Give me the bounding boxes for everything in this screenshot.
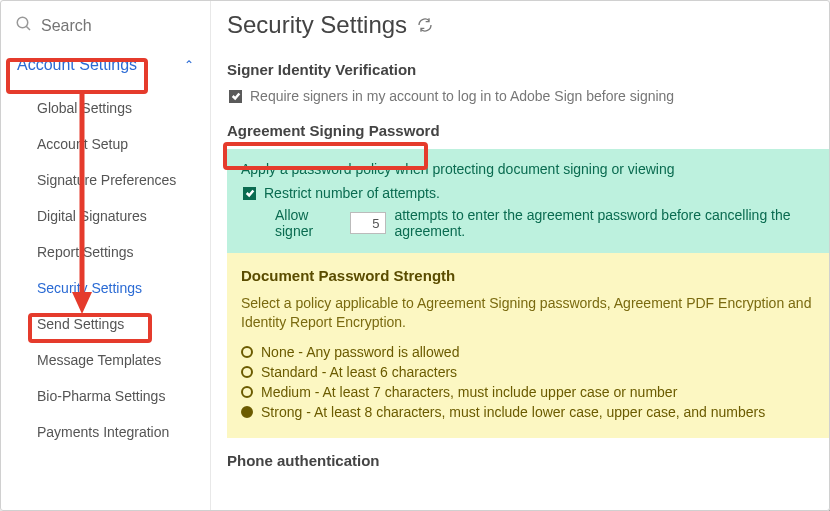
radio-icon <box>241 366 253 378</box>
nav-children: Global Settings Account Setup Signature … <box>1 84 210 450</box>
sidebar-item-digital-signatures[interactable]: Digital Signatures <box>1 198 210 234</box>
search-icon <box>15 15 33 36</box>
svg-point-0 <box>17 17 28 28</box>
restrict-attempts-label: Restrict number of attempts. <box>264 185 440 201</box>
refresh-icon[interactable] <box>417 11 433 39</box>
require-login-row: Require signers in my account to log in … <box>227 88 829 104</box>
sidebar-item-account-setup[interactable]: Account Setup <box>1 126 210 162</box>
sidebar-item-send-settings[interactable]: Send Settings <box>1 306 210 342</box>
restrict-attempts-checkbox[interactable] <box>243 187 256 200</box>
chevron-up-icon: ⌃ <box>184 58 194 72</box>
page-title: Security Settings <box>227 11 407 39</box>
signer-heading: Signer Identity Verification <box>227 61 829 78</box>
strength-option-label: Strong - At least 8 characters, must inc… <box>261 404 765 420</box>
allow-attempts-row: Allow signer attempts to enter the agree… <box>241 207 815 239</box>
radio-icon <box>241 346 253 358</box>
sidebar-item-message-templates[interactable]: Message Templates <box>1 342 210 378</box>
nav-parent-label: Account Settings <box>17 56 137 74</box>
strength-option-label: Medium - At least 7 characters, must inc… <box>261 384 677 400</box>
strength-description: Select a policy applicable to Agreement … <box>241 294 815 332</box>
password-strength-panel: Document Password Strength Select a poli… <box>227 253 829 438</box>
phone-auth-heading: Phone authentication <box>227 452 829 469</box>
password-policy-panel: Apply a password policy when protecting … <box>227 149 829 253</box>
strength-option-label: None - Any password is allowed <box>261 344 459 360</box>
sidebar-item-security-settings[interactable]: Security Settings <box>1 270 210 306</box>
strength-option-medium[interactable]: Medium - At least 7 characters, must inc… <box>241 382 815 402</box>
policy-title: Apply a password policy when protecting … <box>241 161 815 177</box>
attempts-input[interactable] <box>350 212 386 234</box>
search-input[interactable] <box>41 17 196 35</box>
agreement-heading: Agreement Signing Password <box>227 122 829 139</box>
strength-option-standard[interactable]: Standard - At least 6 characters <box>241 362 815 382</box>
search-row <box>1 7 210 46</box>
allow-suffix: attempts to enter the agreement password… <box>394 207 815 239</box>
strength-option-none[interactable]: None - Any password is allowed <box>241 342 815 362</box>
allow-prefix: Allow signer <box>275 207 342 239</box>
sidebar-item-payments-integration[interactable]: Payments Integration <box>1 414 210 450</box>
nav-account-settings[interactable]: Account Settings ⌃ <box>1 46 210 84</box>
sidebar-item-signature-preferences[interactable]: Signature Preferences <box>1 162 210 198</box>
radio-icon <box>241 386 253 398</box>
radio-icon <box>241 406 253 418</box>
page-title-row: Security Settings <box>227 11 829 39</box>
strength-heading: Document Password Strength <box>241 267 815 284</box>
sidebar-item-global-settings[interactable]: Global Settings <box>1 90 210 126</box>
require-login-checkbox[interactable] <box>229 90 242 103</box>
main-content: Security Settings Signer Identity Verifi… <box>211 1 829 510</box>
svg-line-1 <box>26 26 30 30</box>
restrict-attempts-row: Restrict number of attempts. <box>241 185 815 201</box>
sidebar-item-report-settings[interactable]: Report Settings <box>1 234 210 270</box>
sidebar-item-bio-pharma-settings[interactable]: Bio-Pharma Settings <box>1 378 210 414</box>
require-login-label: Require signers in my account to log in … <box>250 88 674 104</box>
sidebar: Account Settings ⌃ Global Settings Accou… <box>1 1 211 510</box>
strength-option-label: Standard - At least 6 characters <box>261 364 457 380</box>
strength-option-strong[interactable]: Strong - At least 8 characters, must inc… <box>241 402 815 422</box>
